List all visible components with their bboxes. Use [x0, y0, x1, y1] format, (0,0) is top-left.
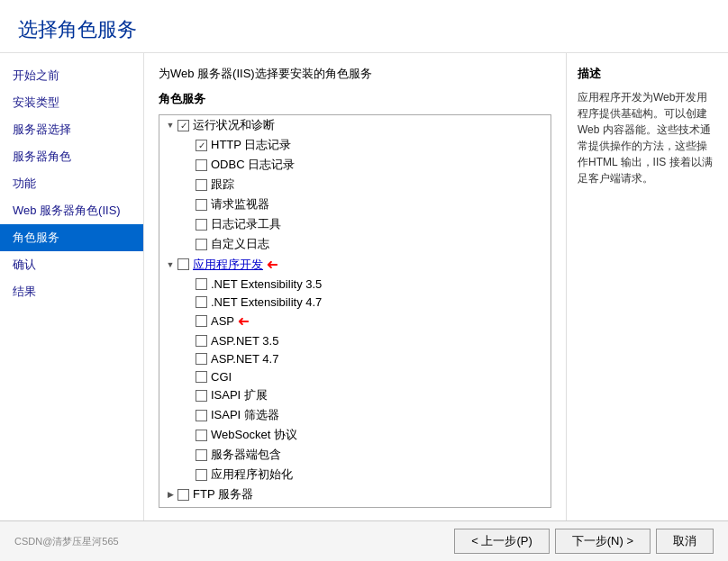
- tree-checkbox-custom-log[interactable]: [196, 239, 207, 250]
- tree-item-net47[interactable]: .NET Extensibility 4.7: [159, 293, 551, 311]
- watermark: CSDN@清梦压星河565: [14, 535, 119, 548]
- tree-item-run-diag[interactable]: 运行状况和诊断: [159, 115, 551, 135]
- tree-checkbox-server-side[interactable]: [196, 449, 207, 461]
- sidebar-item-5[interactable]: Web 服务器角色(IIS): [0, 197, 143, 224]
- tree-label-asp: ASP: [211, 314, 234, 328]
- tree-checkbox-isapi-filter[interactable]: [196, 410, 207, 421]
- main-content: 为Web 服务器(IIS)选择要安装的角色服务 角色服务 运行状况和诊断HTTP…: [144, 53, 566, 520]
- tree-checkbox-run-diag[interactable]: [177, 120, 189, 131]
- tree-label-app-dev: 应用程序开发: [193, 257, 263, 273]
- tree-checkbox-websocket[interactable]: [196, 430, 207, 441]
- tree-checkbox-aspnet35[interactable]: [196, 335, 207, 347]
- page: 选择角色服务 开始之前安装类型服务器选择服务器角色功能Web 服务器角色(IIS…: [0, 0, 728, 561]
- page-header: 选择角色服务: [0, 0, 728, 53]
- sidebar-item-8[interactable]: 结果: [0, 278, 143, 305]
- tree-label-log-tools: 日志记录工具: [211, 216, 281, 232]
- instruction-label: 为Web 服务器(IIS)选择要安装的角色服务: [159, 66, 551, 82]
- tree-checkbox-app-dev[interactable]: [177, 258, 189, 270]
- sidebar-item-1[interactable]: 安装类型: [0, 89, 143, 116]
- tree-item-isapi-filter[interactable]: ISAPI 筛选器: [159, 405, 551, 425]
- tree-label-isapi-ext: ISAPI 扩展: [211, 387, 268, 403]
- sidebar-item-6[interactable]: 角色服务: [0, 224, 143, 251]
- desc-text: 应用程序开发为Web开发用程序提供基础构。可以创建 Web 内容器能。这些技术通…: [578, 89, 717, 186]
- tree-item-ftp[interactable]: FTP 服务器: [159, 484, 551, 504]
- tree-item-asp[interactable]: ASP➜: [159, 311, 551, 331]
- role-services-tree[interactable]: 运行状况和诊断HTTP 日志记录ODBC 日志记录跟踪请求监视器日志记录工具自定…: [159, 114, 551, 508]
- tree-item-isapi-ext[interactable]: ISAPI 扩展: [159, 385, 551, 405]
- sidebar-item-7[interactable]: 确认: [0, 251, 143, 278]
- tree-label-cgi: CGI: [211, 370, 232, 384]
- tree-item-log-tools[interactable]: 日志记录工具: [159, 214, 551, 234]
- tree-item-net35[interactable]: .NET Extensibility 3.5: [159, 275, 551, 293]
- tree-label-server-side: 服务器端包含: [211, 447, 281, 463]
- description-panel: 描述 应用程序开发为Web开发用程序提供基础构。可以创建 Web 内容器能。这些…: [566, 53, 728, 520]
- tree-checkbox-req-monitor[interactable]: [196, 199, 207, 211]
- sidebar-item-4[interactable]: 功能: [0, 170, 143, 197]
- tree-label-http-log: HTTP 日志记录: [211, 137, 291, 153]
- tree-checkbox-log-tools[interactable]: [196, 219, 207, 231]
- tree-item-server-side[interactable]: 服务器端包含: [159, 445, 551, 465]
- sidebar: 开始之前安装类型服务器选择服务器角色功能Web 服务器角色(IIS)角色服务确认…: [0, 53, 144, 520]
- tree-item-cgi[interactable]: CGI: [159, 367, 551, 385]
- tree-item-app-init[interactable]: 应用程序初始化: [159, 465, 551, 484]
- tree-checkbox-http-log[interactable]: [196, 140, 207, 151]
- tree-item-websocket[interactable]: WebSocket 协议: [159, 425, 551, 445]
- tree-checkbox-odbc-log[interactable]: [196, 159, 207, 171]
- tree-expander-run-diag[interactable]: [163, 118, 177, 132]
- tree-label-odbc-log: ODBC 日志记录: [211, 157, 295, 173]
- next-button[interactable]: 下一步(N) >: [555, 529, 651, 554]
- tree-label-trace: 跟踪: [211, 176, 234, 193]
- sidebar-item-3[interactable]: 服务器角色: [0, 143, 143, 170]
- prev-button[interactable]: < 上一步(P): [454, 529, 550, 554]
- tree-label-custom-log: 自定义日志: [211, 236, 269, 252]
- footer: CSDN@清梦压星河565 < 上一步(P) 下一步(N) > 取消: [0, 520, 728, 561]
- tree-checkbox-net35[interactable]: [196, 278, 207, 290]
- tree-label-aspnet47: ASP.NET 4.7: [211, 352, 278, 366]
- tree-checkbox-aspnet47[interactable]: [196, 353, 207, 365]
- desc-title: 描述: [578, 66, 717, 82]
- tree-label-websocket: WebSocket 协议: [211, 427, 297, 443]
- tree-label-run-diag: 运行状况和诊断: [193, 117, 275, 133]
- tree-checkbox-isapi-ext[interactable]: [196, 390, 207, 402]
- tree-item-aspnet47[interactable]: ASP.NET 4.7: [159, 349, 551, 367]
- sidebar-item-0[interactable]: 开始之前: [0, 62, 143, 89]
- tree-checkbox-asp[interactable]: [196, 315, 207, 327]
- tree-checkbox-ftp[interactable]: [177, 489, 189, 501]
- tree-checkbox-cgi[interactable]: [196, 371, 207, 383]
- tree-checkbox-net47[interactable]: [196, 296, 207, 308]
- tree-item-req-monitor[interactable]: 请求监视器: [159, 195, 551, 214]
- tree-label-app-init: 应用程序初始化: [211, 466, 293, 483]
- content-area: 开始之前安装类型服务器选择服务器角色功能Web 服务器角色(IIS)角色服务确认…: [0, 53, 728, 520]
- tree-expander-app-dev[interactable]: [163, 258, 177, 272]
- tree-label-aspnet35: ASP.NET 3.5: [211, 334, 278, 348]
- sidebar-item-2[interactable]: 服务器选择: [0, 116, 143, 143]
- tree-item-aspnet35[interactable]: ASP.NET 3.5: [159, 331, 551, 349]
- tree-item-odbc-log[interactable]: ODBC 日志记录: [159, 155, 551, 175]
- tree-item-app-dev[interactable]: 应用程序开发➜: [159, 254, 551, 275]
- tree-label-ftp: FTP 服务器: [193, 486, 253, 502]
- tree-label-net47: .NET Extensibility 4.7: [211, 295, 322, 309]
- tree-checkbox-app-init[interactable]: [196, 469, 207, 481]
- tree-item-trace[interactable]: 跟踪: [159, 175, 551, 195]
- tree-item-custom-log[interactable]: 自定义日志: [159, 234, 551, 254]
- tree-expander-ftp[interactable]: [163, 487, 177, 502]
- cancel-button[interactable]: 取消: [656, 529, 714, 554]
- tree-item-http-log[interactable]: HTTP 日志记录: [159, 135, 551, 155]
- tree-checkbox-trace[interactable]: [196, 179, 207, 191]
- tree-label-net35: .NET Extensibility 3.5: [211, 277, 322, 291]
- tree-label-isapi-filter: ISAPI 筛选器: [211, 407, 279, 423]
- tree-label-req-monitor: 请求监视器: [211, 196, 269, 213]
- page-title: 选择角色服务: [18, 16, 710, 43]
- section-title: 角色服务: [159, 91, 551, 107]
